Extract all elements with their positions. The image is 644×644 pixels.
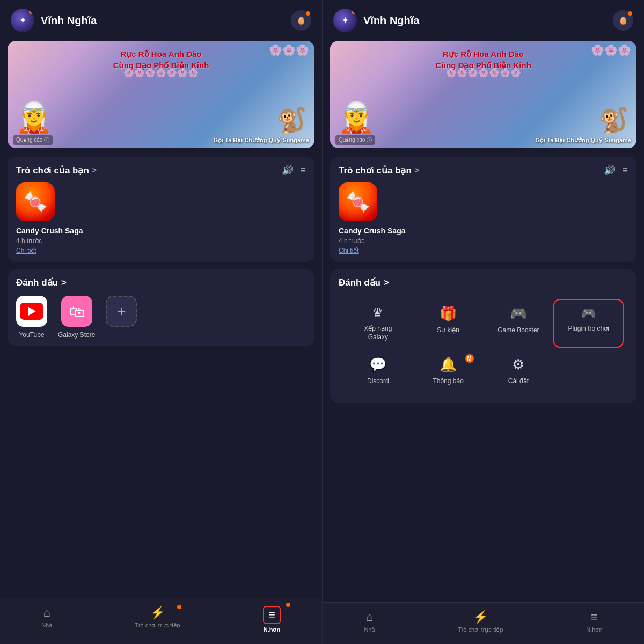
left-avatar-dot bbox=[29, 10, 33, 14]
right-nav-live-label: Trò chơi trực tiếp bbox=[458, 626, 503, 633]
right-game-booster-icon: 🎮 bbox=[510, 305, 527, 322]
right-nav-live[interactable]: ⚡ Trò chơi trực tiếp bbox=[449, 608, 511, 635]
left-bookmark-add[interactable]: + bbox=[106, 296, 137, 331]
right-candy-crush-icon bbox=[339, 182, 377, 221]
right-games-title[interactable]: Trò chơi của bạn > bbox=[339, 165, 419, 176]
left-bottom-nav: ⌂ Nhà ⚡ Trò chơi trực tiếp ≡ N.hơn bbox=[0, 598, 322, 644]
right-bookmarks-chevron: > bbox=[384, 277, 389, 288]
right-plugin-grid: ♛ Xếp hạngGalaxy 🎁 Sự kiện 🎮 Game Booste… bbox=[339, 296, 628, 396]
left-username: Vĩnh Nghĩa bbox=[41, 14, 97, 27]
left-games-section: Trò chơi của bạn > 🔊 ≡ Candy Crush Saga … bbox=[8, 157, 314, 262]
left-nav-home-label: Nhà bbox=[41, 622, 52, 628]
right-banner-subtitle: Gọi Ta Đại Chưởng Quỷ-Sungame bbox=[536, 137, 631, 144]
right-game-item[interactable]: Candy Crush Saga 4 h trước Chi tiết bbox=[339, 182, 628, 254]
right-su-kien-label: Sự kiện bbox=[437, 326, 459, 335]
right-plugin-discord[interactable]: 💬 Discord bbox=[343, 350, 413, 392]
left-egg-dot bbox=[306, 11, 310, 16]
left-bookmark-youtube[interactable]: YouTube bbox=[16, 296, 47, 339]
right-games-icons: 🔊 ≡ bbox=[604, 164, 628, 176]
right-egg-dot bbox=[628, 11, 632, 16]
right-bookmarks-title[interactable]: Đánh dấu > bbox=[339, 277, 628, 288]
right-nav-live-icon: ⚡ bbox=[473, 610, 488, 624]
left-nav-more-dot bbox=[286, 603, 290, 607]
left-volume-icon[interactable]: 🔊 bbox=[282, 164, 294, 176]
right-nav-more-icon: ≡ bbox=[591, 610, 598, 624]
left-game-name: Candy Crush Saga bbox=[16, 226, 83, 235]
right-banner-ad[interactable]: Rực Rỡ Hoa Anh Đào Cùng Dạo Phố Biện Kin… bbox=[330, 41, 636, 148]
left-game-time: 4 h trước bbox=[16, 237, 42, 245]
right-bottom-nav: ⌂ Nhà ⚡ Trò chơi trực tiếp ≡ N.hơn bbox=[323, 602, 644, 644]
left-banner-flowers: 🌸🌸🌸🌸🌸🌸🌸 bbox=[8, 68, 314, 78]
right-plugin-plugin-tro-choi[interactable]: 🎮 Plugin trò chơi bbox=[553, 299, 624, 348]
right-list-icon[interactable]: ≡ bbox=[622, 165, 628, 176]
left-header: Vĩnh Nghĩa 🥚 bbox=[0, 0, 322, 39]
left-games-icons: 🔊 ≡ bbox=[282, 164, 306, 176]
left-header-left: Vĩnh Nghĩa bbox=[11, 9, 97, 32]
right-nav-home[interactable]: ⌂ Nhà bbox=[355, 608, 383, 635]
right-games-section: Trò chơi của bạn > 🔊 ≡ Candy Crush Saga … bbox=[330, 157, 636, 262]
left-egg-icon: 🥚 bbox=[297, 17, 306, 25]
right-header: Vĩnh Nghĩa 🥚 bbox=[323, 0, 644, 39]
right-xep-hang-label: Xếp hạngGalaxy bbox=[364, 325, 392, 341]
left-yt-bg bbox=[20, 303, 43, 320]
right-discord-label: Discord bbox=[367, 377, 389, 386]
right-xep-hang-icon: ♛ bbox=[372, 305, 384, 320]
left-nav-more-label: N.hơn bbox=[264, 626, 280, 633]
left-nav-live-icon: ⚡ bbox=[150, 606, 165, 620]
left-nav-more-icon: ≡ bbox=[268, 608, 275, 621]
right-cai-dat-label: Cài đặt bbox=[508, 377, 529, 386]
right-plugin-tro-choi-label: Plugin trò chơi bbox=[568, 325, 609, 333]
right-header-right: 🥚 bbox=[613, 10, 633, 31]
left-gs-icon: 🛍 bbox=[69, 303, 84, 320]
left-yt-play-icon bbox=[28, 307, 36, 316]
right-plugin-cai-dat[interactable]: ⚙ Cài đặt bbox=[484, 350, 554, 392]
left-nav-more-border: ≡ bbox=[263, 606, 281, 624]
right-banner-bottom: Quảng cáo ⓘ Gọi Ta Đại Chưởng Quỷ-Sungam… bbox=[335, 135, 631, 145]
right-bookmarks-section: Đánh dấu > ♛ Xếp hạngGalaxy 🎁 Sự kiện 🎮 … bbox=[330, 269, 636, 403]
right-banner-flowers: 🌸🌸🌸🌸🌸🌸🌸 bbox=[330, 68, 636, 78]
left-banner-ad[interactable]: Rực Rỡ Hoa Anh Đào Cùng Dạo Phố Biện Kin… bbox=[8, 41, 314, 148]
left-game-detail[interactable]: Chi tiết bbox=[16, 247, 36, 254]
right-banner-char-female: 🧝 bbox=[338, 103, 375, 132]
right-plugin-su-kien[interactable]: 🎁 Sự kiện bbox=[413, 299, 484, 348]
right-avatar-dot bbox=[352, 10, 356, 14]
left-nav-more[interactable]: ≡ N.hơn bbox=[254, 604, 289, 635]
right-discord-icon: 💬 bbox=[369, 356, 386, 373]
right-volume-icon[interactable]: 🔊 bbox=[604, 164, 616, 176]
right-egg-icon: 🥚 bbox=[619, 17, 628, 25]
left-bookmarks-section: Đánh dấu > YouTube 🛍 Galaxy Store bbox=[8, 269, 314, 346]
left-youtube-label: YouTube bbox=[19, 331, 44, 339]
right-thong-bao-badge: M bbox=[465, 354, 474, 363]
right-thong-bao-label: Thông báo bbox=[433, 377, 463, 386]
left-gs-wrap: 🛍 bbox=[61, 296, 92, 327]
left-nav-live-label: Trò chơi trực tiếp bbox=[135, 622, 180, 629]
left-list-icon[interactable]: ≡ bbox=[300, 165, 306, 176]
left-bookmarks-title[interactable]: Đánh dấu > bbox=[16, 277, 306, 288]
left-banner-char-female: 🧝 bbox=[16, 103, 53, 132]
right-plugin-thong-bao[interactable]: 🔔 M Thông báo bbox=[413, 350, 484, 392]
left-egg-button[interactable]: 🥚 bbox=[291, 10, 311, 31]
left-games-title[interactable]: Trò chơi của bạn > bbox=[16, 165, 97, 176]
right-plugin-xep-hang-galaxy[interactable]: ♛ Xếp hạngGalaxy bbox=[343, 299, 413, 348]
left-banner-bottom: Quảng cáo ⓘ Gọi Ta Đại Chưởng Quỷ-Sungam… bbox=[13, 135, 309, 145]
left-bookmarks-grid: YouTube 🛍 Galaxy Store + bbox=[16, 296, 306, 339]
left-nav-live[interactable]: ⚡ Trò chơi trực tiếp bbox=[127, 604, 189, 635]
left-nav-home[interactable]: ⌂ Nhà bbox=[33, 604, 61, 635]
right-game-detail[interactable]: Chi tiết bbox=[339, 247, 359, 254]
right-plugin-game-booster[interactable]: 🎮 Game Booster bbox=[484, 299, 554, 348]
right-panel: Vĩnh Nghĩa 🥚 Rực Rỡ Hoa Anh Đào Cùng Dạo… bbox=[322, 0, 644, 644]
right-egg-button[interactable]: 🥚 bbox=[613, 10, 633, 31]
right-nav-more[interactable]: ≡ N.hơn bbox=[577, 608, 611, 635]
right-plugin-tro-choi-icon: 🎮 bbox=[581, 306, 596, 320]
left-bookmark-galaxy-store[interactable]: 🛍 Galaxy Store bbox=[58, 296, 95, 339]
right-banner-char-monkey: 🐒 bbox=[598, 108, 628, 132]
right-games-chevron: > bbox=[415, 166, 419, 174]
right-header-left: Vĩnh Nghĩa bbox=[333, 9, 419, 32]
left-candy-crush-icon bbox=[16, 182, 55, 221]
left-yt-wrap bbox=[16, 296, 47, 327]
left-game-item[interactable]: Candy Crush Saga 4 h trước Chi tiết bbox=[16, 182, 306, 254]
left-nav-live-dot bbox=[177, 605, 181, 609]
right-games-header: Trò chơi của bạn > 🔊 ≡ bbox=[339, 164, 628, 176]
right-ad-label: Quảng cáo ⓘ bbox=[335, 135, 375, 145]
right-nav-home-label: Nhà bbox=[364, 626, 375, 633]
